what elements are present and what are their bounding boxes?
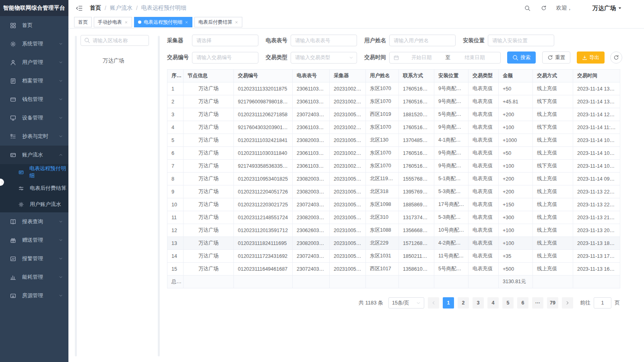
welcome-text: 欢迎， [556,4,573,12]
chevron-down-icon [59,257,63,261]
page-number-button[interactable]: 5 [502,297,514,309]
bankcard-icon [10,152,17,158]
table-row[interactable]: 10万达广场0120231122030217252307240303692023… [167,198,620,211]
sidebar-fold-icon[interactable] [76,5,83,12]
dashboard-icon [10,23,17,29]
page-number-button[interactable]: 4 [487,297,499,309]
table-row[interactable]: 1万达广场01202311133201187523061103082320231… [167,82,620,95]
main-panel: 采集器 电表表号 用户姓名 安装位置 交易编号 [161,29,644,362]
sidebar-subitem[interactable]: 电表远程预付明细 [0,164,68,180]
table-row[interactable]: 11万达广场0120231121485517242308200311522023… [167,211,620,224]
collector-select[interactable] [192,35,258,46]
device-icon [10,115,17,121]
sidebar-item[interactable]: 档案管理 [0,72,68,90]
table-row[interactable]: 9万达广场01202311220405172623082003121920231… [167,185,620,198]
sidebar-item[interactable]: 赠送管理 [0,231,68,249]
export-button[interactable]: 导出 [577,51,605,64]
active-dot-icon [138,21,141,24]
filter-row-2: 交易编号 交易类型 交易时间 开始日期 至 结束日期 [167,51,636,64]
table-refresh-button[interactable] [610,51,622,64]
table-row[interactable]: 2万达广场92179600987980185623061103082320231… [167,95,620,108]
table-row[interactable]: 3万达广场01202311120627185823072403030420231… [167,108,620,121]
search-icon[interactable] [524,5,530,11]
page-number-button[interactable]: 2 [458,297,469,309]
search-button[interactable]: 搜索 [507,51,536,64]
more-pages-button[interactable]: ··· [532,297,543,309]
close-icon[interactable] [124,21,128,24]
page-number-button[interactable]: 6 [517,297,528,309]
sidebar-item[interactable]: 账户流水 [0,146,68,164]
sidebar-item[interactable]: 房源管理 [0,286,68,305]
trade-no-input[interactable] [196,55,254,60]
table-row[interactable]: 14万达广场0120231117234316922307240302842023… [167,250,620,263]
sidebar-item[interactable]: 报表查询 [0,212,68,231]
sidebar-item[interactable]: 能耗管理 [0,268,68,286]
start-date-placeholder[interactable]: 开始日期 [400,54,443,61]
page-size-select[interactable]: 15条/页 [388,297,424,309]
scrollbar-track[interactable] [75,36,77,356]
trade-type-input[interactable] [295,55,353,60]
sidebar-item[interactable]: 系统管理 [0,35,68,53]
breadcrumb-home[interactable]: 首页 [90,4,101,12]
column-header: 金额 [499,70,533,82]
scrollbar-track[interactable] [158,36,160,356]
page-number-button[interactable]: 3 [473,297,484,309]
close-icon[interactable] [185,21,188,24]
caret-down-icon [617,6,622,10]
user-name-field[interactable] [389,35,456,46]
tree-node-region[interactable]: 万达广场 [68,57,161,64]
goto-page-input[interactable] [594,297,611,309]
tag-view-tab[interactable]: 手动抄电表 [94,17,132,27]
meter-no-field[interactable] [291,35,357,46]
table-row[interactable]: 12万达广场0120231120135917122306260312432023… [167,224,620,237]
install-pos-field[interactable] [488,35,554,46]
table-row[interactable]: 15万达广场0120231116494616872307240303092023… [167,263,620,276]
tag-view-tab[interactable]: 首页 [74,17,92,27]
breadcrumb-item[interactable]: 账户流水 [110,4,132,12]
trade-no-field[interactable] [192,52,258,64]
tag-view-tab[interactable]: 电表后付费结算 [194,17,242,27]
user-name-input[interactable] [394,38,451,43]
user-dropdown[interactable]: 万达广场 [592,4,622,12]
table-row[interactable]: 13万达广场0120231118241116952308200312032023… [167,237,620,250]
region-search-input[interactable] [93,38,145,43]
region-tree-panel: 万达广场 [68,29,161,362]
sidebar-item[interactable]: 报警管理 [0,249,68,268]
table-row[interactable]: 4万达广场92176043032039014423061103081820231… [167,121,620,134]
prev-page-button[interactable] [428,297,439,309]
table-row[interactable]: 5万达广场01202311103242184123082003159820231… [167,134,620,147]
sidebar-item[interactable]: 抄表与定时 [0,127,68,146]
table-body: 1万达广场01202311133201187523061103082320231… [167,82,620,288]
tag-view-tab[interactable]: 电表远程预付明细 [134,17,192,27]
bill-icon [19,170,25,175]
page-number-button[interactable]: 1 [443,297,454,309]
refresh-icon[interactable] [541,5,547,11]
chevron-down-icon [59,42,63,46]
meter-no-input[interactable] [295,38,353,43]
close-icon[interactable] [235,21,238,24]
sliders-icon [19,186,25,191]
column-header: 节点信息 [184,70,234,82]
breadcrumb-item: 电表远程预付明细 [141,4,186,12]
sidebar-item[interactable]: 设备管理 [0,109,68,127]
page-number-button[interactable]: 79 [547,297,558,309]
sidebar-item[interactable]: 钱包管理 [0,90,68,109]
collector-input[interactable] [196,38,254,43]
sidebar-item[interactable]: 首页 [0,16,68,35]
table-row[interactable]: 8万达广场01202311095340182523082003115820231… [167,173,620,185]
sidebar-subitem[interactable]: 用户账户流水 [0,196,68,212]
next-page-button[interactable] [562,297,573,309]
trade-type-select[interactable] [291,52,357,64]
install-pos-input[interactable] [492,38,550,43]
table-row[interactable]: 7万达广场92174933585363353623061103081820231… [167,160,620,173]
end-date-placeholder[interactable]: 结束日期 [453,54,496,61]
column-header: 交易类型 [469,70,499,82]
table-row[interactable]: 6万达广场01202311103031184023061103081820231… [167,147,620,160]
chevron-down-icon [59,134,63,138]
trade-time-range-picker[interactable]: 开始日期 至 结束日期 [389,52,501,64]
sidebar-item[interactable]: 用户管理 [0,53,68,72]
chevron-down-icon [59,294,63,298]
user-name: 万达广场 [592,4,616,12]
reset-button[interactable]: 重置 [542,51,570,64]
sidebar-subitem[interactable]: 电表后付费结算 [0,180,68,196]
